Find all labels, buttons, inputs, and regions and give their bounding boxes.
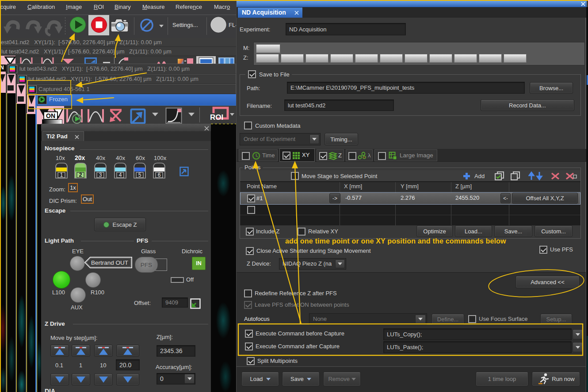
- svg-text:2: 2: [79, 171, 82, 178]
- svg-text:4: 4: [119, 172, 122, 178]
- svg-text:1: 1: [60, 172, 63, 178]
- svg-text:3: 3: [99, 172, 102, 178]
- svg-text:Bertrand OUT: Bertrand OUT: [91, 259, 128, 266]
- svg-text:6: 6: [158, 172, 161, 178]
- svg-text:5: 5: [138, 172, 141, 178]
